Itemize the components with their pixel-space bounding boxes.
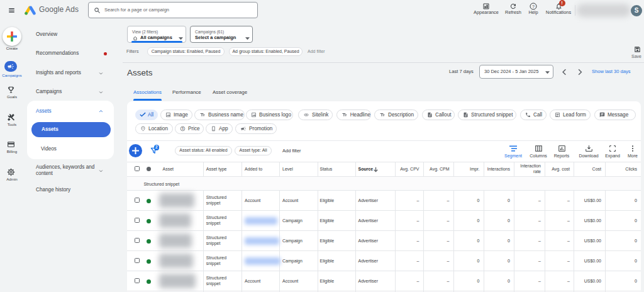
- svg-text:?: ?: [532, 4, 535, 9]
- svg-text:$: $: [182, 127, 184, 130]
